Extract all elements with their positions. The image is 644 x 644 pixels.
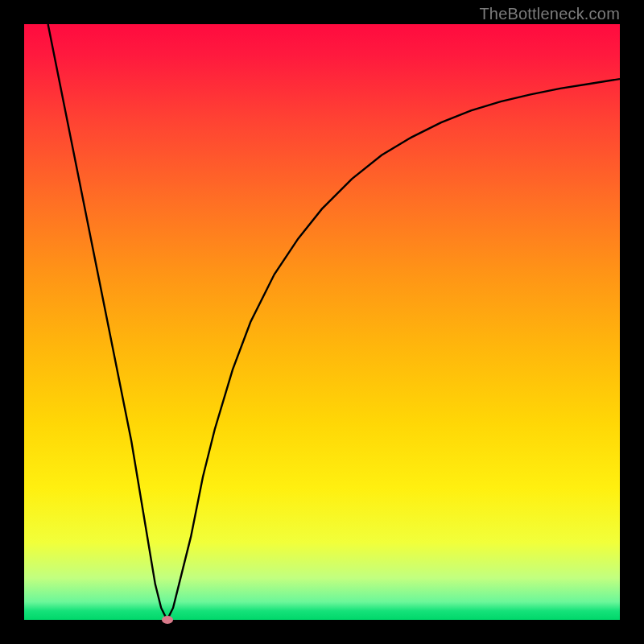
- plot-area: [24, 24, 620, 620]
- bottleneck-curve: [24, 24, 620, 620]
- current-config-marker: [162, 616, 173, 624]
- chart-frame: TheBottleneck.com: [0, 0, 644, 644]
- watermark-text: TheBottleneck.com: [479, 5, 620, 23]
